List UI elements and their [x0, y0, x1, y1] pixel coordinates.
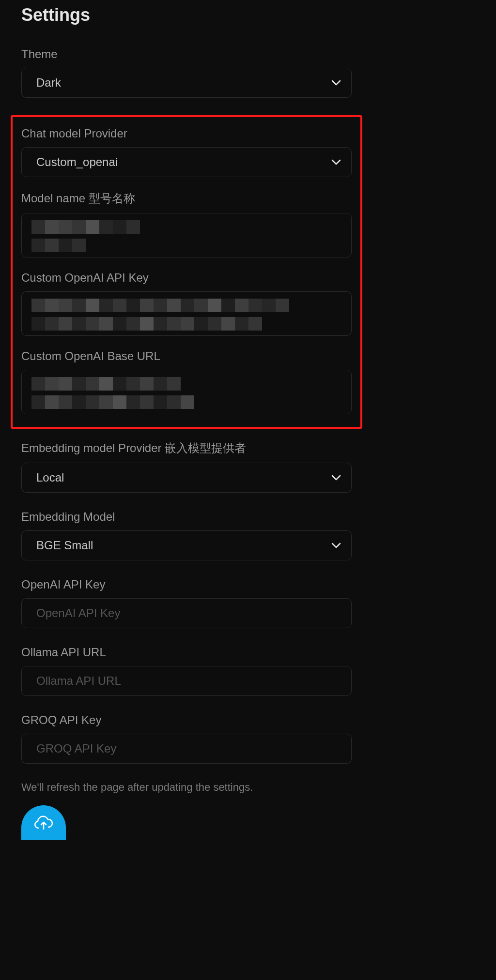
scrollbar-track[interactable] — [493, 0, 496, 980]
groq-key-field: GROQ API Key — [21, 713, 352, 764]
ollama-url-input[interactable] — [21, 666, 352, 696]
custom-base-url-field: Custom OpenAI Base URL — [21, 349, 352, 414]
cloud-upload-icon — [33, 814, 54, 831]
embedding-model-field: Embedding Model BGE Small — [21, 510, 352, 560]
ollama-url-field: Ollama API URL — [21, 646, 352, 696]
custom-api-key-field: Custom OpenAI API Key — [21, 271, 352, 336]
embedding-provider-select[interactable]: Local — [21, 463, 352, 493]
theme-select[interactable]: Dark — [21, 68, 352, 98]
custom-base-url-input[interactable] — [21, 370, 352, 414]
model-name-field: Model name 型号名称 — [21, 191, 352, 257]
groq-key-input[interactable] — [21, 734, 352, 764]
custom-api-key-label: Custom OpenAI API Key — [21, 271, 352, 285]
footer-note: We'll refresh the page after updating th… — [21, 781, 352, 794]
embedding-model-select[interactable]: BGE Small — [21, 530, 352, 560]
custom-openai-group: Chat model Provider Custom_openai Model … — [11, 115, 362, 429]
save-settings-button[interactable] — [21, 805, 66, 840]
embedding-model-label: Embedding Model — [21, 510, 352, 524]
openai-key-input[interactable] — [21, 598, 352, 628]
chat-provider-label: Chat model Provider — [21, 127, 352, 140]
page-title: Settings — [21, 5, 352, 25]
chat-provider-select[interactable]: Custom_openai — [21, 147, 352, 177]
embedding-provider-label: Embedding model Provider 嵌入模型提供者 — [21, 440, 352, 456]
theme-field: Theme Dark — [21, 47, 352, 98]
embedding-provider-field: Embedding model Provider 嵌入模型提供者 Local — [21, 440, 352, 493]
groq-key-label: GROQ API Key — [21, 713, 352, 727]
custom-api-key-input[interactable] — [21, 291, 352, 336]
settings-panel: Settings Theme Dark Chat model Provider … — [0, 0, 373, 859]
openai-key-label: OpenAI API Key — [21, 578, 352, 591]
chat-provider-field: Chat model Provider Custom_openai — [21, 127, 352, 177]
custom-base-url-label: Custom OpenAI Base URL — [21, 349, 352, 363]
model-name-label: Model name 型号名称 — [21, 191, 352, 206]
theme-label: Theme — [21, 47, 352, 61]
ollama-url-label: Ollama API URL — [21, 646, 352, 659]
model-name-input[interactable] — [21, 213, 352, 257]
openai-key-field: OpenAI API Key — [21, 578, 352, 628]
